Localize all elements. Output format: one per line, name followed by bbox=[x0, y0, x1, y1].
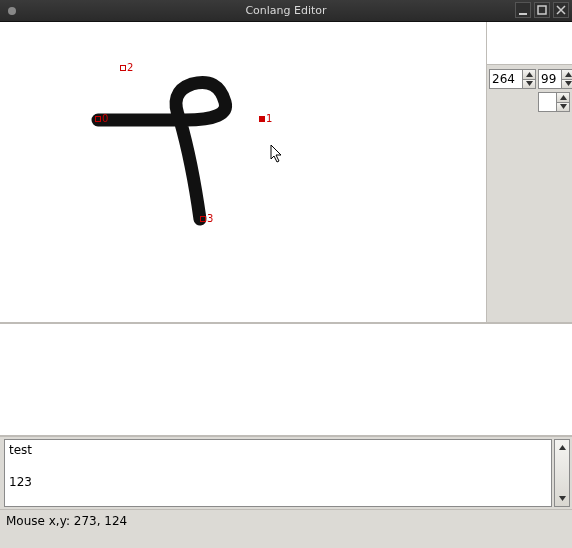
side-preview bbox=[487, 22, 572, 65]
y-spinner-up[interactable] bbox=[562, 70, 572, 80]
svg-rect-1 bbox=[519, 13, 527, 15]
aux-spinner[interactable] bbox=[538, 92, 570, 112]
text-line-1: test bbox=[9, 443, 32, 457]
control-point-0[interactable] bbox=[95, 116, 101, 122]
minimize-button[interactable] bbox=[515, 2, 531, 18]
y-spinner-input[interactable] bbox=[539, 70, 561, 88]
x-spinner-down[interactable] bbox=[523, 80, 535, 89]
scroll-up-icon[interactable] bbox=[555, 440, 569, 455]
x-spinner-up[interactable] bbox=[523, 70, 535, 80]
status-bar: Mouse x,y: 273, 124 bbox=[0, 510, 572, 548]
scroll-down-icon[interactable] bbox=[555, 491, 569, 506]
window-title: Conlang Editor bbox=[0, 4, 572, 17]
text-pane: test 123 bbox=[0, 437, 572, 510]
control-label-0: 0 bbox=[102, 113, 108, 124]
text-line-2: 123 bbox=[9, 475, 32, 489]
glyph-stroke bbox=[0, 22, 485, 324]
control-label-2: 2 bbox=[127, 62, 133, 73]
drawing-canvas[interactable]: 0 1 2 3 bbox=[0, 22, 487, 322]
close-button[interactable] bbox=[553, 2, 569, 18]
y-spinner-down[interactable] bbox=[562, 80, 572, 89]
text-scrollbar[interactable] bbox=[554, 439, 570, 507]
side-panel bbox=[487, 22, 572, 322]
mouse-coords: Mouse x,y: 273, 124 bbox=[6, 514, 127, 528]
x-spinner[interactable] bbox=[489, 69, 536, 89]
svg-point-0 bbox=[8, 7, 16, 15]
aux-spinner-up[interactable] bbox=[557, 93, 569, 103]
control-label-3: 3 bbox=[207, 213, 213, 224]
control-point-2[interactable] bbox=[120, 65, 126, 71]
upper-pane: 0 1 2 3 bbox=[0, 22, 572, 324]
client-area: 0 1 2 3 bbox=[0, 22, 572, 548]
text-input[interactable]: test 123 bbox=[4, 439, 552, 507]
y-spinner[interactable] bbox=[538, 69, 572, 89]
control-point-1[interactable] bbox=[259, 116, 265, 122]
svg-rect-2 bbox=[538, 6, 546, 14]
window-titlebar: Conlang Editor bbox=[0, 0, 572, 22]
control-point-3[interactable] bbox=[200, 216, 206, 222]
maximize-button[interactable] bbox=[534, 2, 550, 18]
aux-spinner-down[interactable] bbox=[557, 103, 569, 112]
control-label-1: 1 bbox=[266, 113, 272, 124]
x-spinner-input[interactable] bbox=[490, 70, 522, 88]
app-menu-icon[interactable] bbox=[4, 3, 20, 19]
middle-pane[interactable] bbox=[0, 324, 572, 437]
